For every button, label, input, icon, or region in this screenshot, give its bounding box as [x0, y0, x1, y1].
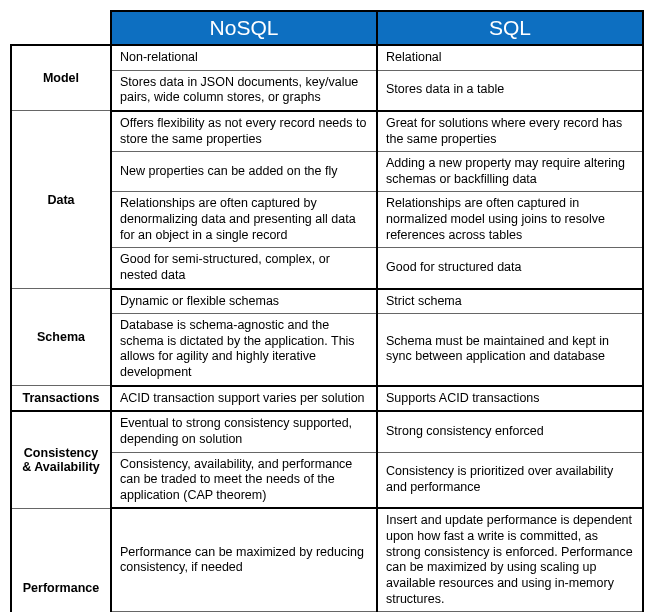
table-header-row: NoSQL SQL — [11, 11, 643, 45]
section-label-model: Model — [11, 45, 111, 111]
cell-nosql: Relationships are often captured by deno… — [111, 192, 377, 248]
cell-nosql: Offers flexibility as not every record n… — [111, 111, 377, 152]
header-sql: SQL — [377, 11, 643, 45]
cell-sql: Strong consistency enforced — [377, 411, 643, 452]
section-label-transactions: Transactions — [11, 386, 111, 412]
cell-sql: Good for structured data — [377, 248, 643, 289]
cell-sql: Relationships are often captured in norm… — [377, 192, 643, 248]
header-corner — [11, 11, 111, 45]
table-row: Performance Performance can be maximized… — [11, 508, 643, 611]
table-row: Schema Dynamic or flexible schemas Stric… — [11, 289, 643, 314]
section-label-performance: Performance — [11, 508, 111, 612]
cell-nosql: New properties can be added on the fly — [111, 152, 377, 192]
cell-sql: Consistency is prioritized over availabi… — [377, 452, 643, 508]
table-row: Transactions ACID transaction support va… — [11, 386, 643, 412]
cell-sql: Great for solutions where every record h… — [377, 111, 643, 152]
cell-sql: Strict schema — [377, 289, 643, 314]
cell-nosql: Performance can be maximized by reducing… — [111, 508, 377, 611]
cell-nosql: Eventual to strong consistency supported… — [111, 411, 377, 452]
cell-sql: Adding a new property may require alteri… — [377, 152, 643, 192]
table-row: Model Non-relational Relational — [11, 45, 643, 70]
cell-nosql: Good for semi-structured, complex, or ne… — [111, 248, 377, 289]
cell-nosql: Non-relational — [111, 45, 377, 70]
cell-nosql: ACID transaction support varies per solu… — [111, 386, 377, 412]
cell-nosql: Stores data in JSON documents, key/value… — [111, 70, 377, 111]
table-row: Data Offers flexibility as not every rec… — [11, 111, 643, 152]
table-row: Consistency & Availability Eventual to s… — [11, 411, 643, 452]
cell-nosql: Dynamic or flexible schemas — [111, 289, 377, 314]
cell-nosql: Consistency, availability, and performan… — [111, 452, 377, 508]
cell-sql: Insert and update performance is depende… — [377, 508, 643, 611]
cell-sql: Stores data in a table — [377, 70, 643, 111]
cell-nosql: Database is schema-agnostic and the sche… — [111, 314, 377, 386]
header-nosql: NoSQL — [111, 11, 377, 45]
cell-sql: Supports ACID transactions — [377, 386, 643, 412]
comparison-table: NoSQL SQL Model Non-relational Relationa… — [10, 10, 644, 612]
section-label-schema: Schema — [11, 289, 111, 386]
cell-sql: Schema must be maintained and kept in sy… — [377, 314, 643, 386]
section-label-data: Data — [11, 111, 111, 289]
section-label-consistency: Consistency & Availability — [11, 411, 111, 508]
cell-sql: Relational — [377, 45, 643, 70]
